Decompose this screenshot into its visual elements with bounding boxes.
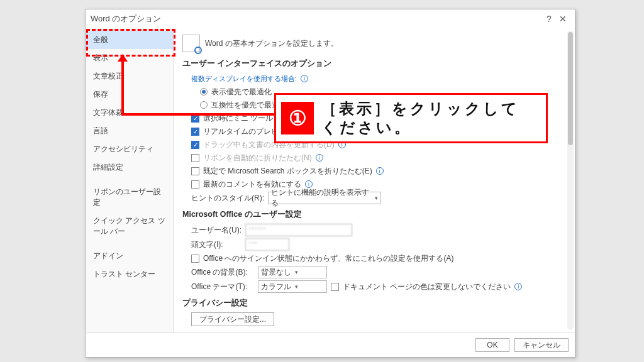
info-icon[interactable]: i	[316, 154, 323, 162]
close-button[interactable]: ✕	[556, 14, 570, 24]
checkbox-enable-comments[interactable]	[191, 180, 199, 189]
info-icon[interactable]: i	[514, 283, 522, 290]
hint-style-label: ヒントのスタイル(R):	[191, 193, 264, 204]
intro-text: Word の基本オプションを設定します。	[205, 38, 338, 49]
checkbox-collapse-ribbon[interactable]	[191, 154, 199, 162]
initials-label: 頭文字(I):	[191, 239, 242, 250]
help-button[interactable]: ?	[542, 14, 556, 24]
checkbox-drag-update[interactable]: ✓	[191, 141, 199, 149]
radio-display-optimize[interactable]	[200, 88, 208, 96]
chevron-down-icon: ▾	[295, 269, 298, 275]
username-label: ユーザー名(U):	[191, 225, 242, 236]
checkbox-always-use-settings[interactable]	[191, 255, 199, 263]
annotation-arrow-vertical	[121, 58, 124, 114]
annotation-arrow-horizontal	[121, 113, 279, 116]
initials-input[interactable]: ***	[245, 238, 289, 251]
options-sidebar: 全般 表示 文章校正 保存 文字体裁 言語 アクセシビリティ 詳細設定 リボンの…	[86, 28, 174, 332]
office-theme-label: Office テーマ(T):	[191, 282, 254, 292]
options-main-panel: Word の基本オプションを設定します。 ユーザー インターフェイスのオプション…	[174, 28, 575, 332]
sidebar-item-general[interactable]: 全般	[86, 31, 173, 49]
info-icon[interactable]: i	[301, 75, 308, 82]
word-options-dialog: Word のオプション ? ✕ 全般 表示 文章校正 保存 文字体裁 言語 アク…	[85, 9, 575, 358]
section-ui-title: ユーザー インターフェイスのオプション	[182, 58, 566, 69]
sidebar-item-addins[interactable]: アドイン	[86, 247, 173, 265]
section-user-title: Microsoft Office のユーザー設定	[182, 209, 566, 220]
annotation-text: ［表示］をクリックして ください。	[314, 99, 519, 137]
vertical-scrollbar[interactable]	[567, 31, 574, 330]
section-privacy-title: プライバシー設定	[182, 298, 566, 309]
checkbox-collapse-search[interactable]	[191, 167, 199, 175]
cancel-button[interactable]: キャンセル	[514, 338, 569, 352]
scroll-thumb[interactable]	[568, 32, 573, 145]
annotation-arrow-head	[118, 54, 128, 62]
dialog-footer: OK キャンセル	[86, 332, 575, 357]
sidebar-item-advanced[interactable]: 詳細設定	[86, 158, 173, 177]
chevron-down-icon: ▾	[295, 283, 298, 290]
office-background-select[interactable]: 背景なし▾	[258, 266, 327, 278]
privacy-settings-button[interactable]: プライバシー設定...	[191, 312, 274, 326]
sidebar-item-customize-ribbon[interactable]: リボンのユーザー設定	[86, 183, 173, 212]
checkbox-keep-docpage-color[interactable]	[331, 283, 339, 291]
dialog-title: Word のオプション	[91, 13, 161, 25]
radio-compat-optimize[interactable]	[200, 101, 208, 109]
sidebar-item-proofing[interactable]: 文章校正	[86, 67, 173, 85]
annotation-callout: ① ［表示］をクリックして ください。	[274, 93, 548, 143]
office-background-label: Office の背景(B):	[191, 267, 254, 278]
info-icon[interactable]: i	[376, 167, 384, 175]
multidisplay-label: 複数ディスプレイを使用する場合:	[191, 74, 297, 84]
office-theme-select[interactable]: カラフル▾	[258, 280, 327, 293]
annotation-badge: ①	[281, 102, 314, 134]
sidebar-item-language[interactable]: 言語	[86, 122, 173, 140]
dialog-titlebar: Word のオプション ? ✕	[86, 9, 575, 28]
sidebar-item-accessibility[interactable]: アクセシビリティ	[86, 140, 173, 158]
sidebar-item-display[interactable]: 表示	[86, 49, 173, 67]
hint-style-select[interactable]: ヒントに機能の説明を表示する▾	[268, 192, 381, 204]
ok-button[interactable]: OK	[475, 338, 509, 352]
document-options-icon	[182, 35, 200, 52]
sidebar-item-quick-access[interactable]: クイック アクセス ツール バー	[86, 212, 173, 241]
chevron-down-icon: ▾	[375, 195, 378, 201]
username-input[interactable]: ******	[245, 224, 352, 236]
sidebar-item-save[interactable]: 保存	[86, 85, 173, 104]
sidebar-item-trust-center[interactable]: トラスト センター	[86, 265, 173, 283]
checkbox-live-preview[interactable]: ✓	[191, 128, 199, 136]
